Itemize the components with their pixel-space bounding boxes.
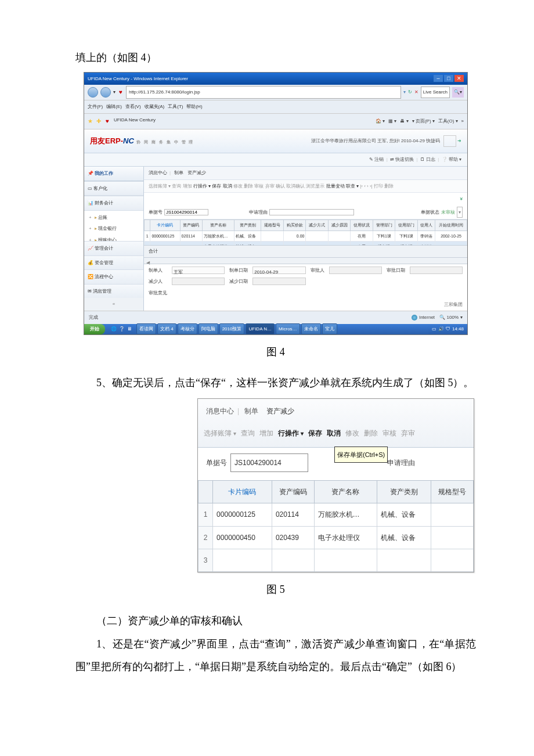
- s2-header[interactable]: 资产名称: [314, 480, 377, 503]
- grid-header[interactable]: 资产编码: [180, 220, 202, 231]
- add-fav-icon[interactable]: ✚: [96, 115, 101, 128]
- sidebar-panel-flow[interactable]: 🔀 流程中心: [84, 269, 143, 284]
- quickcode-input[interactable]: [443, 135, 456, 147]
- s2-header[interactable]: 资产编码: [272, 480, 314, 503]
- menu-tools[interactable]: 工具(T): [168, 102, 183, 112]
- url-input[interactable]: http://61.175.226.74:8080/login.jsp: [126, 86, 401, 99]
- grid-header[interactable]: 减少方式: [306, 220, 328, 231]
- action-item[interactable]: 保存: [212, 183, 221, 189]
- grid-header[interactable]: 使用部门: [395, 220, 417, 231]
- sidebar-mywork[interactable]: 📌 我的工作: [84, 167, 143, 181]
- maximize-icon[interactable]: □: [444, 75, 453, 82]
- logout-link[interactable]: ✎ 注销: [369, 157, 384, 162]
- s2-header[interactable]: 资产类别: [377, 480, 431, 503]
- table-row[interactable]: 10000000125020114万能胶水机…机械、设备0.00在用下料1课下料…: [145, 231, 467, 241]
- stop-icon[interactable]: ✕: [414, 87, 418, 98]
- ql-desktop-icon[interactable]: 🖥: [127, 324, 132, 334]
- forward-icon[interactable]: [100, 87, 111, 98]
- docno-input[interactable]: [164, 209, 208, 215]
- crumb-make[interactable]: 制单: [174, 170, 183, 175]
- action-item[interactable]: 行操作 ▾: [193, 183, 211, 189]
- close-icon[interactable]: ✕: [454, 75, 464, 82]
- home-icon[interactable]: 🏠 ▾: [376, 116, 385, 127]
- start-button[interactable]: 开始: [84, 324, 105, 334]
- grid-header[interactable]: 卡片编码: [150, 220, 180, 231]
- status-dropdown-icon[interactable]: ▾: [457, 207, 463, 218]
- table-row[interactable]: 3: [199, 549, 474, 572]
- hscroll-icon[interactable]: ◀: [144, 257, 467, 264]
- s2-crumb-make[interactable]: 制单: [244, 407, 258, 415]
- rdate-value[interactable]: [252, 278, 305, 285]
- grid-header[interactable]: 资产类别: [234, 220, 261, 231]
- tree-node[interactable]: + ▸ 现金银行: [89, 223, 143, 235]
- grid-header[interactable]: 减少原因: [328, 220, 350, 231]
- refresh-icon[interactable]: ↻: [408, 87, 412, 98]
- action-item[interactable]: 批量变动: [326, 183, 345, 189]
- ql-ie-icon[interactable]: 🌐: [111, 324, 117, 334]
- s2-header[interactable]: [199, 480, 213, 503]
- grid-header[interactable]: 管理部门: [373, 220, 395, 231]
- sidebar-panel-customer[interactable]: ▭ 客户化: [84, 181, 143, 196]
- dropdown-icon[interactable]: ▾: [113, 87, 116, 98]
- menu-favorites[interactable]: 收藏夹(A): [145, 102, 165, 112]
- auditor-value[interactable]: [329, 267, 382, 274]
- taskbar-task[interactable]: Micros…: [276, 323, 300, 335]
- system-tray[interactable]: ▭ 🔊 🛡 14:48: [428, 324, 467, 334]
- maker-value[interactable]: 王军: [172, 267, 225, 274]
- s2-header[interactable]: 卡片编码: [213, 480, 272, 503]
- favorite-icon[interactable]: ♥: [118, 86, 124, 99]
- tree-node[interactable]: + ▸ 总账: [89, 212, 143, 224]
- tools-menu[interactable]: 工具(O) ▾: [438, 116, 458, 127]
- grid-header[interactable]: 规格型号: [261, 220, 283, 231]
- back-icon[interactable]: [88, 87, 98, 98]
- sidebar-panel-mgmt[interactable]: 📈 管理会计: [84, 241, 143, 255]
- taskbar-task[interactable]: 阿电脑: [199, 323, 218, 335]
- adate-value[interactable]: [410, 267, 463, 274]
- minimize-icon[interactable]: –: [434, 75, 443, 82]
- taskbar-task[interactable]: 2010预算: [219, 323, 245, 335]
- taskbar-task[interactable]: 看读网: [136, 323, 156, 335]
- grid-header[interactable]: 购买价款: [283, 220, 305, 231]
- quickcode-go-icon[interactable]: ➜: [457, 138, 461, 143]
- print-icon[interactable]: 🖶 ▾: [400, 116, 408, 127]
- mdate-value[interactable]: 2010-04-29: [252, 267, 305, 274]
- menu-help[interactable]: 帮助(H): [186, 102, 202, 112]
- search-icon[interactable]: 🔍▾: [452, 87, 464, 98]
- s2-action[interactable]: 取消: [327, 426, 341, 441]
- grid-header[interactable]: [145, 220, 150, 231]
- menu-edit[interactable]: 编辑(E): [106, 102, 122, 112]
- tray-volume-icon[interactable]: 🔊: [438, 324, 444, 334]
- taskbar-task[interactable]: UFIDA N…: [246, 323, 275, 335]
- taskbar-task[interactable]: 考核分: [178, 323, 197, 335]
- tray-shield-icon[interactable]: 🛡: [446, 324, 450, 334]
- action-item[interactable]: 取消: [223, 183, 232, 189]
- go-icon[interactable]: ▾: [403, 87, 406, 98]
- s2-action[interactable]: 行操作: [278, 426, 304, 441]
- s2-crumb-msg[interactable]: 消息中心: [206, 407, 234, 415]
- currency-icon[interactable]: ¥: [460, 196, 463, 201]
- grid-header[interactable]: 使用人: [417, 220, 435, 231]
- table-row[interactable]: 20000000450020439电子水处理仪机械、设备: [199, 526, 474, 549]
- sidebar-panel-msg[interactable]: ✉ 消息管理: [84, 284, 143, 298]
- feed-icon[interactable]: ▦ ▾: [388, 116, 396, 127]
- crumb-msgcenter[interactable]: 消息中心: [149, 170, 167, 175]
- help-link[interactable]: ❔ 帮助 ▾: [442, 157, 461, 162]
- taskbar-task[interactable]: 宝儿: [322, 323, 337, 335]
- grid-header[interactable]: 资产名称: [203, 220, 234, 231]
- tray-icon[interactable]: ▭: [432, 324, 436, 334]
- reducer-value[interactable]: [172, 278, 225, 285]
- taskbar-task[interactable]: 未命名: [301, 323, 321, 335]
- tree-node[interactable]: + ▸ 报账中心: [89, 235, 143, 241]
- table-row[interactable]: 10000000125020114万能胶水机…机械、设备: [199, 503, 474, 526]
- search-input[interactable]: Live Search: [421, 87, 450, 98]
- menu-file[interactable]: 文件(F): [88, 102, 103, 112]
- reason-input[interactable]: [269, 209, 354, 215]
- star-icon[interactable]: ★: [88, 115, 93, 128]
- action-item[interactable]: 联查 ▾: [346, 183, 359, 189]
- switch-link[interactable]: ⇄ 快速切换: [390, 157, 414, 162]
- taskbar-task[interactable]: 文档 4: [157, 323, 176, 335]
- s2-header[interactable]: 规格型号: [431, 480, 474, 503]
- status-zoom[interactable]: 100%: [447, 312, 459, 323]
- sidebar-panel-finance[interactable]: 📊 财务会计: [84, 196, 143, 211]
- tab-title[interactable]: UFIDA New Century: [114, 115, 156, 128]
